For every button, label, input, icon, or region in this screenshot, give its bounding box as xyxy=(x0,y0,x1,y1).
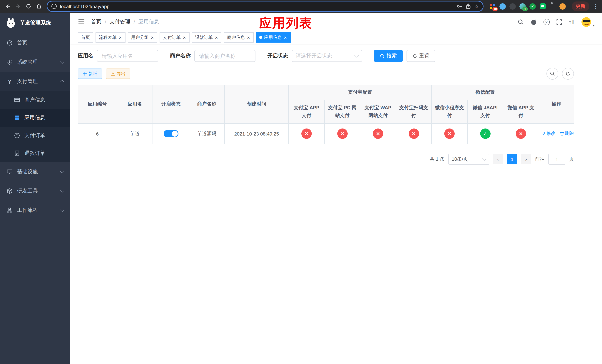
address-bar[interactable]: localhost:1024/pay/app ☆ xyxy=(47,1,484,12)
goto-page-input[interactable] xyxy=(548,154,565,165)
sidebar-item-label: 首页 xyxy=(17,40,27,46)
extension-chat-icon[interactable] xyxy=(539,3,546,10)
chevron-down-icon xyxy=(482,157,486,161)
reset-button[interactable]: 重置 xyxy=(407,50,435,62)
sidebar-item-infra[interactable]: 基础设施 xyxy=(0,162,70,182)
next-page-button[interactable]: › xyxy=(521,154,531,164)
tab-refund-order[interactable]: 退款订单 × xyxy=(192,32,222,43)
refresh-button[interactable] xyxy=(562,68,574,80)
close-icon[interactable]: × xyxy=(118,35,122,40)
sidebar-item-devtools[interactable]: 研发工具 xyxy=(0,182,70,201)
chevron-down-icon xyxy=(60,208,64,212)
app-name-input[interactable] xyxy=(97,50,158,62)
col-wechat-mini: 微信小程序支付 xyxy=(431,100,467,124)
extensions-puzzle-icon[interactable] xyxy=(549,3,556,10)
bookmark-star-icon[interactable]: ☆ xyxy=(474,4,479,9)
help-icon[interactable]: ? xyxy=(543,19,550,25)
sidebar-item-workflow[interactable]: 工作流程 xyxy=(0,201,70,220)
table-toolbar: 新增 导出 xyxy=(78,68,574,80)
col-created-at: 创建时间 xyxy=(225,85,289,124)
sidebar-item-merchant-info[interactable]: 商户信息 xyxy=(0,91,70,109)
share-icon[interactable] xyxy=(466,3,472,9)
extension-badge: 10 xyxy=(492,7,498,11)
edit-link[interactable]: 修改 xyxy=(541,130,555,137)
tab-user-group[interactable]: 用户分组 × xyxy=(128,32,157,43)
tab-pay-order[interactable]: 支付订单 × xyxy=(160,32,189,43)
sidebar-item-label: 商户信息 xyxy=(24,97,45,103)
merchant-name-input[interactable] xyxy=(194,50,256,62)
add-button[interactable]: 新增 xyxy=(78,68,102,79)
breadcrumb: 首页 / 支付管理 / 应用信息 xyxy=(91,19,159,25)
font-size-icon[interactable]: TT xyxy=(569,19,575,25)
extension-dark-icon[interactable] xyxy=(509,3,516,10)
extension-blue-icon[interactable] xyxy=(499,3,506,10)
table-row: 6 芋道 芋道源码 2021-10-23 08:49:25 × × × × × xyxy=(78,124,574,144)
export-button[interactable]: 导出 xyxy=(106,68,130,79)
delete-link[interactable]: 删除 xyxy=(559,130,574,137)
key-icon[interactable] xyxy=(457,3,462,9)
sidebar-item-label: 基础设施 xyxy=(17,169,38,175)
profile-avatar-icon[interactable]: 1 xyxy=(519,3,526,10)
card-icon xyxy=(14,97,20,103)
extension-grid-icon[interactable]: 10 xyxy=(489,3,496,10)
col-alipay-pc: 支付宝 PC 网站支付 xyxy=(324,100,360,124)
breadcrumb-home[interactable]: 首页 xyxy=(91,19,101,25)
screen: localhost:1024/pay/app ☆ 10 1 ✓ xyxy=(0,0,602,364)
sidebar-item-home[interactable]: 首页 xyxy=(0,33,70,53)
close-icon[interactable]: × xyxy=(150,35,154,40)
tab-app-info[interactable]: 应用信息 × xyxy=(256,32,290,43)
coin-icon xyxy=(14,133,20,139)
close-icon[interactable]: × xyxy=(247,35,250,40)
sidebar-item-system[interactable]: 系统管理 xyxy=(0,53,70,72)
reload-icon[interactable] xyxy=(24,1,33,11)
prev-page-button[interactable]: ‹ xyxy=(493,154,503,164)
site-info-icon[interactable] xyxy=(51,3,57,9)
cell-merchant: 芋道源码 xyxy=(189,124,225,144)
breadcrumb-payment[interactable]: 支付管理 xyxy=(110,19,130,25)
sidebar-item-payment[interactable]: ¥ 支付管理 xyxy=(0,72,70,91)
extensions-area: 10 1 ✓ xyxy=(489,3,566,10)
sidebar-item-app-info[interactable]: 应用信息 xyxy=(0,109,70,127)
search-icon[interactable] xyxy=(517,19,524,25)
alipay-qr-status-icon: × xyxy=(408,128,419,139)
app-logo[interactable]: 芋道管理系统 xyxy=(0,13,70,33)
wechat-app-status-icon: × xyxy=(516,128,526,139)
refresh-icon xyxy=(565,71,570,76)
wechat-mini-status-icon: × xyxy=(444,128,455,139)
sidebar-item-label: 支付管理 xyxy=(17,78,38,85)
navbar-actions: ? TT ▾ xyxy=(517,16,595,27)
sidebar: 芋道管理系统 首页 系统管理 ¥ xyxy=(0,13,70,364)
tab-merchant-info[interactable]: 商户信息 × xyxy=(224,32,254,43)
cell-app-id: 6 xyxy=(78,124,117,144)
home-icon[interactable] xyxy=(34,1,44,11)
browser-update-button[interactable]: 更新 xyxy=(572,1,589,11)
status-select[interactable]: 请选择开启状态 xyxy=(292,50,362,62)
page-annotation-title: 应用列表 xyxy=(259,15,312,32)
page-size-select[interactable]: 10条/页 xyxy=(448,154,489,165)
status-toggle[interactable] xyxy=(163,130,178,137)
close-icon[interactable]: × xyxy=(284,35,287,40)
user-avatar[interactable]: ▾ xyxy=(581,16,595,27)
tab-home[interactable]: 首页 xyxy=(78,32,93,43)
sidebar-item-pay-order[interactable]: 支付订单 xyxy=(0,127,70,144)
fullscreen-icon[interactable] xyxy=(556,19,563,25)
app-table: 应用编号 应用名 开启状态 商户名称 创建时间 支付宝配置 微信配置 操作 支付… xyxy=(78,85,574,144)
page-number-button[interactable]: 1 xyxy=(507,154,517,164)
plus-icon xyxy=(83,72,87,76)
sidebar-item-refund-order[interactable]: 退款订单 xyxy=(0,144,70,162)
back-icon[interactable] xyxy=(3,1,13,11)
flow-icon xyxy=(7,207,13,213)
forward-icon[interactable] xyxy=(13,1,23,11)
github-icon[interactable] xyxy=(530,19,537,25)
sidebar-group-payment: ¥ 支付管理 商户信息 应用信息 xyxy=(0,72,70,162)
close-icon[interactable]: × xyxy=(183,35,186,40)
toggle-search-button[interactable] xyxy=(547,68,558,80)
browser-menu-icon[interactable]: ⋮ xyxy=(592,3,599,9)
extension-green-check-icon[interactable]: ✓ xyxy=(529,3,536,10)
hamburger-icon[interactable] xyxy=(78,18,85,26)
search-button[interactable]: 搜索 xyxy=(374,50,403,62)
extension-emoji-icon[interactable] xyxy=(559,3,566,10)
tab-process-form[interactable]: 流程表单 × xyxy=(96,32,125,43)
goto-label: 前往 xyxy=(535,156,545,162)
close-icon[interactable]: × xyxy=(215,35,218,40)
